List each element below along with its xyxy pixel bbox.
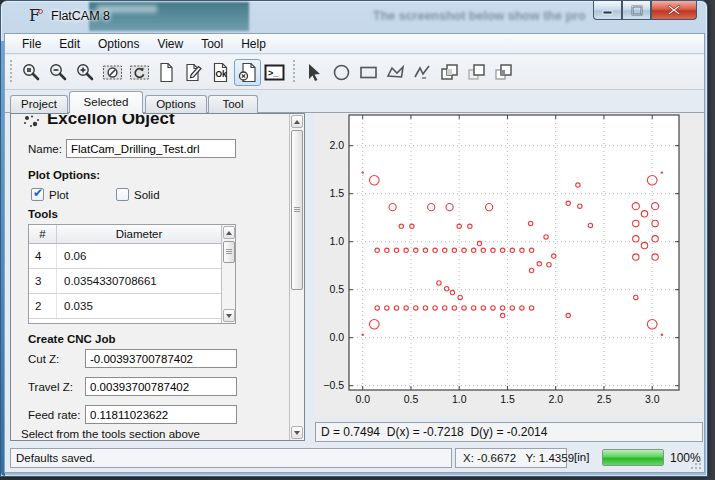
excellon-object-form: Excellon Object Name: Plot Options: Plot… bbox=[11, 114, 289, 440]
ok-file-icon: Ok bbox=[210, 62, 231, 83]
minimize-icon bbox=[602, 5, 614, 15]
travel-z-input[interactable] bbox=[85, 377, 237, 396]
tab-project[interactable]: Project bbox=[10, 95, 68, 113]
table-row[interactable]: 4 0.06 bbox=[29, 244, 221, 269]
solid-checkbox[interactable]: Solid bbox=[116, 188, 160, 201]
tools-table: # Diameter 4 0.06 3 0.0354330708661 bbox=[28, 224, 236, 324]
feed-rate-input[interactable] bbox=[85, 405, 237, 424]
svg-text:1.0: 1.0 bbox=[452, 393, 467, 405]
cell-tool-diameter[interactable]: 0.06 bbox=[57, 244, 221, 268]
col-header-number[interactable]: # bbox=[29, 225, 57, 243]
tools-label: Tools bbox=[28, 208, 58, 220]
svg-text:2.0: 2.0 bbox=[329, 139, 344, 151]
cell-tool-diameter[interactable]: 0.0354330708661 bbox=[57, 269, 221, 293]
minimize-button[interactable] bbox=[593, 1, 622, 20]
svg-text:1.0: 1.0 bbox=[329, 235, 344, 247]
menu-edit[interactable]: Edit bbox=[50, 35, 89, 53]
replot-button[interactable] bbox=[126, 59, 153, 86]
rectangle-tool-button[interactable] bbox=[355, 59, 382, 86]
cell-tool-diameter[interactable]: 0.035 bbox=[57, 294, 221, 318]
intersect-tool-button[interactable] bbox=[490, 59, 517, 86]
svg-text:1.5: 1.5 bbox=[329, 187, 344, 199]
table-scroll-down-icon[interactable] bbox=[223, 309, 235, 322]
tools-table-header: # Diameter bbox=[29, 225, 221, 244]
maximize-button[interactable] bbox=[622, 1, 651, 20]
menu-view[interactable]: View bbox=[148, 35, 192, 53]
cell-tool-number[interactable]: 4 bbox=[29, 244, 57, 268]
table-scrollbar-thumb[interactable] bbox=[223, 241, 235, 263]
svg-text:1.5: 1.5 bbox=[500, 393, 515, 405]
subtract-tool-button[interactable] bbox=[463, 59, 490, 86]
cnc-job-label: Create CNC Job bbox=[28, 333, 116, 345]
solid-checkbox-box[interactable] bbox=[116, 188, 129, 201]
tab-selected[interactable]: Selected bbox=[69, 91, 143, 113]
table-row[interactable]: 2 0.035 bbox=[29, 294, 221, 319]
union-tool-button[interactable] bbox=[436, 59, 463, 86]
svg-text:Ok: Ok bbox=[216, 69, 228, 79]
svg-text:0.0: 0.0 bbox=[355, 393, 370, 405]
cut-z-input[interactable] bbox=[85, 349, 237, 368]
name-input[interactable] bbox=[66, 139, 236, 158]
plot-checkbox-box[interactable] bbox=[31, 188, 44, 201]
table-row[interactable]: 3 0.0354330708661 bbox=[29, 269, 221, 294]
desktop: The screenshot below show the pro F Flat… bbox=[0, 0, 715, 480]
menubar: File Edit Options View Tool Help bbox=[5, 34, 704, 54]
menu-help[interactable]: Help bbox=[232, 35, 275, 53]
table-scroll-up-icon[interactable] bbox=[223, 226, 235, 239]
zoom-in-icon bbox=[75, 62, 96, 83]
clear-plot-button[interactable] bbox=[99, 59, 126, 86]
delete-object-button[interactable] bbox=[234, 59, 261, 86]
select-arrow-button[interactable] bbox=[301, 59, 328, 86]
panel-scroll-down-icon[interactable] bbox=[291, 426, 303, 439]
toolbar-grip-2[interactable] bbox=[292, 60, 297, 84]
close-button[interactable] bbox=[651, 1, 697, 20]
polyline-tool-button[interactable] bbox=[409, 59, 436, 86]
zoom-out-button[interactable] bbox=[45, 59, 72, 86]
ok-object-button[interactable]: Ok bbox=[207, 59, 234, 86]
svg-text:F: F bbox=[29, 7, 40, 25]
select-arrow-icon bbox=[304, 62, 325, 83]
polygon-tool-icon bbox=[385, 62, 406, 83]
svg-text:3.0: 3.0 bbox=[645, 393, 660, 405]
cell-tool-number[interactable]: 3 bbox=[29, 269, 57, 293]
window-title: FlatCAM 8 bbox=[51, 9, 110, 23]
zoom-in-button[interactable] bbox=[72, 59, 99, 86]
toolbar-grip[interactable] bbox=[9, 60, 14, 84]
menu-file[interactable]: File bbox=[13, 35, 50, 53]
col-header-diameter[interactable]: Diameter bbox=[57, 225, 221, 243]
console-button[interactable]: >_ bbox=[261, 59, 288, 86]
tab-options[interactable]: Options bbox=[145, 95, 207, 113]
plot-options-label: Plot Options: bbox=[28, 169, 100, 181]
cell-tool-number[interactable]: 2 bbox=[29, 294, 57, 318]
titlebar[interactable]: The screenshot below show the pro F Flat… bbox=[1, 1, 707, 33]
selected-object-panel: Excellon Object Name: Plot Options: Plot… bbox=[10, 113, 305, 441]
table-scrollbar[interactable] bbox=[221, 225, 235, 323]
maximize-icon bbox=[631, 5, 643, 16]
flatcam-logo-icon: F bbox=[27, 7, 45, 25]
polygon-tool-button[interactable] bbox=[382, 59, 409, 86]
menu-tool[interactable]: Tool bbox=[192, 35, 232, 53]
plot-canvas[interactable]: 0.00.51.01.52.02.53.02.01.51.00.50.0−0.5 bbox=[315, 113, 705, 418]
name-label: Name: bbox=[28, 143, 62, 155]
window-body: File Edit Options View Tool Help bbox=[4, 33, 705, 473]
panel-scroll-up-icon[interactable] bbox=[291, 115, 303, 128]
feed-rate-label: Feed rate: bbox=[28, 409, 80, 421]
excellon-plot[interactable]: 0.00.51.01.52.02.53.02.01.51.00.50.0−0.5 bbox=[315, 113, 705, 418]
edit-object-button[interactable] bbox=[180, 59, 207, 86]
new-file-icon bbox=[156, 62, 177, 83]
statusbar: Defaults saved. X: -0.6672 Y: 1.4359 [in… bbox=[5, 443, 704, 472]
panel-scrollbar-thumb[interactable] bbox=[291, 130, 303, 290]
new-project-button[interactable] bbox=[153, 59, 180, 86]
progress-fill bbox=[603, 450, 663, 465]
union-tool-icon bbox=[439, 62, 460, 83]
svg-text:−0.5: −0.5 bbox=[323, 379, 344, 391]
menu-options[interactable]: Options bbox=[89, 35, 148, 53]
intersect-tool-icon bbox=[493, 62, 514, 83]
circle-tool-button[interactable] bbox=[328, 59, 355, 86]
zoom-out-icon bbox=[48, 62, 69, 83]
panel-scrollbar[interactable] bbox=[289, 114, 304, 440]
zoom-fit-button[interactable] bbox=[18, 59, 45, 86]
tab-tool[interactable]: Tool bbox=[208, 95, 258, 113]
resize-grip[interactable] bbox=[690, 458, 702, 470]
plot-checkbox[interactable]: Plot bbox=[31, 188, 69, 201]
